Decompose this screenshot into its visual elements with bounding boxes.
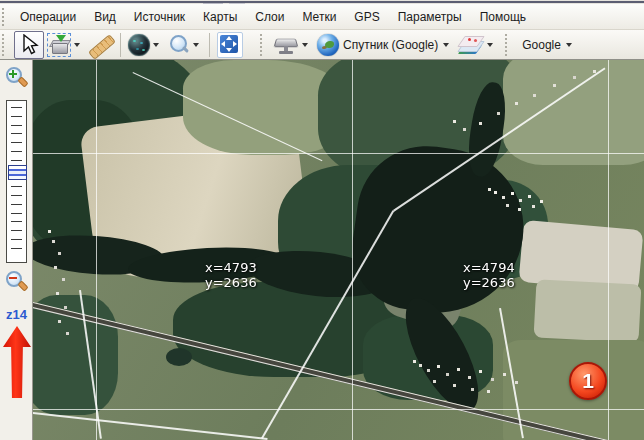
search-magnifier-button[interactable] xyxy=(165,32,205,58)
menu-item-maps[interactable]: Карты xyxy=(194,7,246,27)
cursor-arrow-icon xyxy=(19,34,39,56)
night-globe-icon xyxy=(128,34,150,56)
menu-item-operations[interactable]: Операции xyxy=(11,7,85,27)
toolbar-grip[interactable] xyxy=(2,34,7,56)
water-pond xyxy=(166,348,192,366)
menu-item-gps[interactable]: GPS xyxy=(345,7,388,27)
map-source-dropdown[interactable]: Спутник (Google) xyxy=(314,32,455,58)
menu-grip[interactable] xyxy=(2,8,7,26)
night-globe-button[interactable] xyxy=(125,32,165,58)
zoom-level-label: z14 xyxy=(0,307,33,322)
toolbar: Спутник (Google) Google xyxy=(0,30,644,60)
minus-icon xyxy=(9,277,17,279)
tile-x-label: x=4793 xyxy=(205,260,257,275)
terrain-field xyxy=(503,60,644,165)
village-cluster xyxy=(488,188,491,191)
badge-label: 1 xyxy=(582,369,594,393)
menu-item-source[interactable]: Источник xyxy=(125,7,194,27)
pan-select-button[interactable] xyxy=(14,31,44,59)
toolbar-separator xyxy=(120,33,121,57)
tile-coordinates: x=4793 y=2636 xyxy=(205,260,257,290)
selection-manager-button[interactable] xyxy=(44,32,86,58)
terrain-field xyxy=(534,279,642,342)
zoom-in-button[interactable] xyxy=(5,66,28,89)
tile-coordinates: x=4794 y=2636 xyxy=(463,260,515,290)
tile-grid-line xyxy=(33,409,644,410)
village-cluster xyxy=(453,120,456,123)
fullscreen-icon xyxy=(217,32,243,58)
zoom-slider[interactable] xyxy=(6,100,27,263)
selection-manager-icon xyxy=(47,33,71,57)
fullscreen-button[interactable] xyxy=(214,32,246,58)
tile-x-label: x=4794 xyxy=(463,260,515,275)
ruler-icon xyxy=(89,33,113,57)
menu-item-marks[interactable]: Метки xyxy=(293,7,345,27)
tile-y-label: y=2636 xyxy=(463,275,515,290)
window-top-line xyxy=(0,1,644,3)
road-line xyxy=(33,412,268,439)
chevron-down-icon[interactable] xyxy=(302,43,308,47)
tile-grid-line xyxy=(352,60,353,440)
chevron-down-icon[interactable] xyxy=(74,43,80,47)
chevron-down-icon[interactable] xyxy=(193,43,199,47)
zoom-out-button[interactable] xyxy=(5,270,28,293)
menu-item-settings[interactable]: Параметры xyxy=(389,7,471,27)
annotation-badge-1: 1 xyxy=(569,362,607,400)
village-cluster xyxy=(413,360,416,363)
annotation-arrow-icon xyxy=(3,326,31,398)
map-source-label: Спутник (Google) xyxy=(343,38,438,52)
layers-dropdown-button[interactable] xyxy=(455,32,499,58)
chevron-down-icon[interactable] xyxy=(487,43,493,47)
cache-storage-icon xyxy=(273,33,299,57)
zoom-slider-handle[interactable] xyxy=(8,165,27,180)
village-cluster xyxy=(48,230,51,233)
cache-storage-button[interactable] xyxy=(270,32,314,58)
search-provider-dropdown[interactable]: Google xyxy=(515,32,578,58)
zoom-sidebar: z14 xyxy=(0,60,33,440)
tile-y-label: y=2636 xyxy=(205,275,257,290)
menu-item-view[interactable]: Вид xyxy=(85,7,125,27)
chevron-down-icon[interactable] xyxy=(153,43,159,47)
layers-icon xyxy=(458,33,484,57)
search-provider-label: Google xyxy=(522,38,561,52)
tile-grid-line xyxy=(33,153,644,154)
chevron-down-icon[interactable] xyxy=(443,43,449,47)
ruler-button[interactable] xyxy=(86,32,116,58)
tile-grid-line xyxy=(608,60,609,440)
zoom-slider-ticks xyxy=(11,107,22,257)
toolbar-grip[interactable] xyxy=(505,34,510,56)
chevron-down-icon[interactable] xyxy=(566,43,572,47)
map-source-globe-icon xyxy=(317,34,339,56)
search-magnifier-icon xyxy=(168,34,190,56)
menu-bar: Операции Вид Источник Карты Слои Метки G… xyxy=(0,4,644,30)
menu-item-layers[interactable]: Слои xyxy=(246,7,293,27)
menu-item-help[interactable]: Помощь xyxy=(471,7,535,27)
tile-grid-line xyxy=(96,60,97,440)
map-canvas[interactable]: x=4793 y=2636 x=4794 y=2636 1 xyxy=(33,60,644,440)
toolbar-separator xyxy=(209,33,210,57)
toolbar-grip[interactable] xyxy=(260,34,265,56)
app-window: Операции Вид Источник Карты Слои Метки G… xyxy=(0,0,644,440)
